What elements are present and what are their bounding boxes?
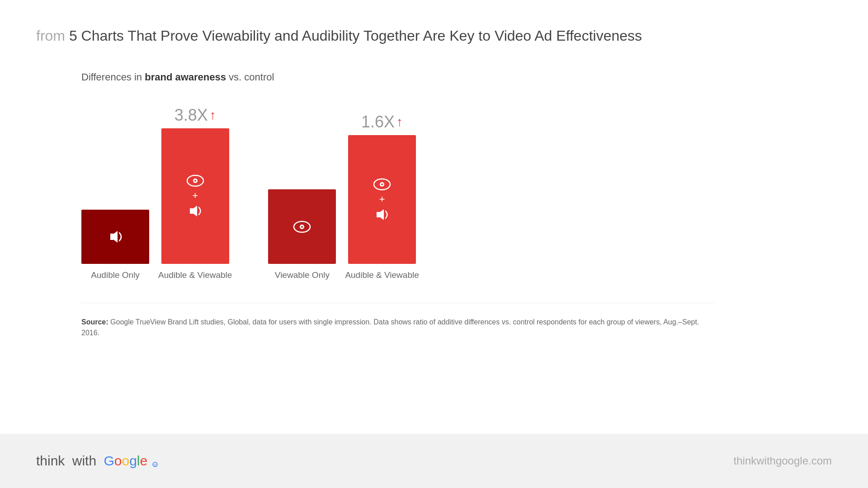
bar-av2: + — [348, 135, 416, 264]
bar-av1-wrapper: 3.8X ↑ + — [158, 106, 232, 280]
svg-point-7 — [301, 226, 303, 228]
chart-section: Differences in brand awareness vs. contr… — [81, 71, 832, 338]
bar-av1-label: Audible & Viewable — [158, 270, 232, 280]
svg-marker-11 — [377, 209, 384, 220]
bar-av2-label: Audible & Viewable — [345, 270, 419, 280]
bar-audible-only — [81, 210, 149, 264]
svg-point-10 — [381, 183, 383, 185]
main-content: from 5 Charts That Prove Viewability and… — [0, 0, 868, 338]
svg-marker-4 — [190, 206, 197, 216]
source-section: Source: Google TrueView Brand Lift studi… — [81, 303, 714, 338]
chart-subtitle: Differences in brand awareness vs. contr… — [81, 71, 832, 83]
from-text: from — [36, 28, 65, 44]
arrow-up-1: ↑ — [210, 108, 216, 122]
source-label: Source: — [81, 318, 108, 326]
svg-text:®: ® — [154, 463, 156, 467]
multiplier-1: 3.8X ↑ — [175, 106, 216, 125]
sound-icon-1 — [187, 204, 203, 218]
bar-viewable-only-label: Viewable Only — [275, 270, 330, 280]
svg-marker-0 — [110, 231, 118, 243]
footer: think with Google ® thinkwithgoogle.com — [0, 434, 868, 488]
chart-group-1: Audible Only 3.8X ↑ — [81, 106, 232, 280]
think-google-logo: think with Google ® — [36, 453, 158, 469]
title-main: 5 Charts That Prove Viewability and Audi… — [69, 28, 642, 44]
arrow-up-2: ↑ — [396, 115, 403, 129]
google-text: Google — [104, 453, 147, 469]
sound-icon — [107, 229, 124, 244]
google-underline: ® — [152, 461, 158, 468]
sound-icon-2 — [374, 208, 390, 221]
bar-viewable-only — [268, 189, 336, 264]
chart-group-2: Viewable Only 1.6X ↑ — [268, 113, 419, 280]
svg-point-3 — [194, 180, 196, 182]
source-text: Google TrueView Brand Lift studies, Glob… — [81, 318, 699, 337]
eye-icon-1 — [186, 174, 204, 187]
bar-audible-only-wrapper: Audible Only — [81, 190, 149, 280]
think-text: think — [36, 453, 65, 469]
multiplier-2: 1.6X ↑ — [361, 113, 403, 131]
bar-av2-wrapper: 1.6X ↑ + — [345, 113, 419, 280]
eye-icon-2 — [293, 221, 311, 233]
bar-viewable-only-wrapper: Viewable Only — [268, 169, 336, 280]
bar-av1: + — [161, 128, 229, 264]
page-title: from 5 Charts That Prove Viewability and… — [36, 27, 832, 44]
eye-icon-3 — [373, 178, 391, 191]
footer-url: thinkwithgoogle.com — [734, 455, 832, 467]
charts-container: Audible Only 3.8X ↑ — [81, 106, 832, 280]
bar-audible-only-label: Audible Only — [91, 270, 140, 280]
with-text: with — [68, 453, 100, 469]
